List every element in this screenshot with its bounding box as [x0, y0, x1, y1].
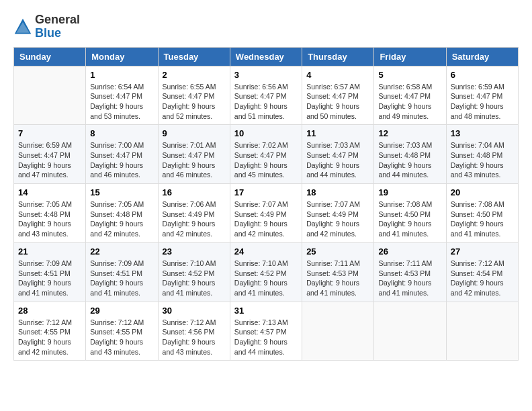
day-info: Sunrise: 7:02 AM Sunset: 4:47 PM Dayligh… [234, 140, 298, 180]
sunset-text: Sunset: 4:47 PM [306, 150, 369, 161]
sunrise-text: Sunrise: 7:03 AM [306, 140, 369, 150]
sunrise-text: Sunrise: 7:11 AM [378, 259, 441, 269]
daylight-text: Daylight: 9 hours and 49 minutes. [378, 101, 441, 121]
daylight-text: Daylight: 9 hours and 42 minutes. [18, 337, 81, 357]
calendar-cell: 5 Sunrise: 6:58 AM Sunset: 4:47 PM Dayli… [374, 66, 446, 125]
daylight-text: Daylight: 9 hours and 46 minutes. [90, 161, 153, 180]
sunrise-text: Sunrise: 7:05 AM [90, 199, 153, 210]
calendar-cell [14, 66, 86, 125]
calendar-week-4: 21 Sunrise: 7:09 AM Sunset: 4:51 PM Dayl… [14, 242, 519, 302]
column-header-thursday: Thursday [302, 47, 374, 66]
sunset-text: Sunset: 4:47 PM [306, 91, 369, 101]
calendar-cell: 15 Sunrise: 7:05 AM Sunset: 4:48 PM Dayl… [86, 184, 158, 243]
sunset-text: Sunset: 4:47 PM [90, 91, 153, 101]
calendar-cell: 9 Sunrise: 7:01 AM Sunset: 4:47 PM Dayli… [158, 125, 230, 184]
day-info: Sunrise: 7:12 AM Sunset: 4:56 PM Dayligh… [163, 318, 226, 357]
sunrise-text: Sunrise: 7:12 AM [90, 318, 153, 328]
daylight-text: Daylight: 9 hours and 41 minutes. [163, 278, 226, 298]
sunrise-text: Sunrise: 7:00 AM [90, 140, 153, 150]
sunset-text: Sunset: 4:52 PM [234, 269, 298, 279]
calendar-cell: 16 Sunrise: 7:06 AM Sunset: 4:49 PM Dayl… [158, 184, 230, 243]
column-header-friday: Friday [374, 47, 446, 66]
sunrise-text: Sunrise: 6:56 AM [234, 82, 298, 92]
day-number: 6 [451, 70, 514, 80]
calendar-cell: 31 Sunrise: 7:13 AM Sunset: 4:57 PM Dayl… [230, 302, 302, 361]
day-number: 20 [451, 187, 514, 197]
calendar-cell: 12 Sunrise: 7:03 AM Sunset: 4:48 PM Dayl… [374, 125, 446, 184]
daylight-text: Daylight: 9 hours and 41 minutes. [18, 278, 81, 298]
day-info: Sunrise: 6:54 AM Sunset: 4:47 PM Dayligh… [90, 82, 153, 122]
day-info: Sunrise: 7:03 AM Sunset: 4:47 PM Dayligh… [306, 140, 369, 180]
sunset-text: Sunset: 4:52 PM [163, 269, 226, 279]
calendar-cell: 4 Sunrise: 6:57 AM Sunset: 4:47 PM Dayli… [302, 66, 374, 125]
calendar-cell: 29 Sunrise: 7:12 AM Sunset: 4:55 PM Dayl… [86, 302, 158, 361]
calendar-cell: 11 Sunrise: 7:03 AM Sunset: 4:47 PM Dayl… [302, 125, 374, 184]
sunset-text: Sunset: 4:47 PM [90, 150, 153, 161]
day-number: 18 [306, 187, 369, 197]
sunrise-text: Sunrise: 7:10 AM [163, 259, 226, 269]
daylight-text: Daylight: 9 hours and 44 minutes. [306, 161, 369, 180]
sunset-text: Sunset: 4:48 PM [18, 210, 81, 220]
calendar-cell: 20 Sunrise: 7:08 AM Sunset: 4:50 PM Dayl… [446, 184, 518, 243]
sunset-text: Sunset: 4:47 PM [163, 150, 226, 161]
sunset-text: Sunset: 4:47 PM [18, 150, 81, 161]
sunset-text: Sunset: 4:55 PM [90, 327, 153, 337]
daylight-text: Daylight: 9 hours and 48 minutes. [451, 101, 514, 121]
day-number: 21 [18, 246, 81, 257]
sunset-text: Sunset: 4:51 PM [18, 269, 81, 279]
day-number: 13 [451, 128, 514, 138]
calendar-cell: 10 Sunrise: 7:02 AM Sunset: 4:47 PM Dayl… [230, 125, 302, 184]
sunrise-text: Sunrise: 7:07 AM [234, 199, 298, 210]
sunset-text: Sunset: 4:53 PM [378, 269, 441, 279]
day-info: Sunrise: 7:01 AM Sunset: 4:47 PM Dayligh… [163, 140, 226, 180]
day-info: Sunrise: 7:08 AM Sunset: 4:50 PM Dayligh… [451, 199, 514, 239]
sunrise-text: Sunrise: 6:59 AM [18, 140, 81, 150]
day-info: Sunrise: 6:56 AM Sunset: 4:47 PM Dayligh… [234, 82, 298, 122]
calendar-header-row: SundayMondayTuesdayWednesdayThursdayFrid… [14, 47, 519, 66]
sunset-text: Sunset: 4:50 PM [451, 210, 514, 220]
calendar-week-5: 28 Sunrise: 7:12 AM Sunset: 4:55 PM Dayl… [14, 302, 519, 361]
day-info: Sunrise: 7:10 AM Sunset: 4:52 PM Dayligh… [234, 259, 298, 298]
day-number: 25 [306, 246, 369, 257]
calendar-cell: 2 Sunrise: 6:55 AM Sunset: 4:47 PM Dayli… [158, 66, 230, 125]
day-number: 7 [18, 128, 81, 138]
day-info: Sunrise: 7:07 AM Sunset: 4:49 PM Dayligh… [306, 199, 369, 239]
daylight-text: Daylight: 9 hours and 41 minutes. [234, 278, 298, 298]
sunrise-text: Sunrise: 7:10 AM [234, 259, 298, 269]
day-number: 26 [378, 246, 441, 257]
day-info: Sunrise: 7:12 AM Sunset: 4:54 PM Dayligh… [451, 259, 514, 298]
day-info: Sunrise: 7:11 AM Sunset: 4:53 PM Dayligh… [378, 259, 441, 298]
sunset-text: Sunset: 4:53 PM [306, 269, 369, 279]
sunset-text: Sunset: 4:47 PM [378, 91, 441, 101]
column-header-tuesday: Tuesday [158, 47, 230, 66]
day-number: 11 [306, 128, 369, 138]
daylight-text: Daylight: 9 hours and 42 minutes. [451, 278, 514, 298]
sunrise-text: Sunrise: 6:58 AM [378, 82, 441, 92]
day-number: 1 [90, 70, 153, 80]
column-header-sunday: Sunday [14, 47, 86, 66]
day-info: Sunrise: 7:04 AM Sunset: 4:48 PM Dayligh… [451, 140, 514, 180]
day-number: 12 [378, 128, 441, 138]
sunrise-text: Sunrise: 7:12 AM [163, 318, 226, 328]
daylight-text: Daylight: 9 hours and 47 minutes. [18, 161, 81, 180]
calendar-week-2: 7 Sunrise: 6:59 AM Sunset: 4:47 PM Dayli… [14, 125, 519, 184]
calendar-week-3: 14 Sunrise: 7:05 AM Sunset: 4:48 PM Dayl… [14, 184, 519, 243]
daylight-text: Daylight: 9 hours and 41 minutes. [378, 278, 441, 298]
sunset-text: Sunset: 4:50 PM [378, 210, 441, 220]
calendar-table: SundayMondayTuesdayWednesdayThursdayFrid… [13, 47, 519, 361]
calendar-cell: 18 Sunrise: 7:07 AM Sunset: 4:49 PM Dayl… [302, 184, 374, 243]
sunset-text: Sunset: 4:48 PM [451, 150, 514, 161]
calendar-cell: 23 Sunrise: 7:10 AM Sunset: 4:52 PM Dayl… [158, 242, 230, 302]
day-info: Sunrise: 7:08 AM Sunset: 4:50 PM Dayligh… [378, 199, 441, 239]
calendar-cell: 27 Sunrise: 7:12 AM Sunset: 4:54 PM Dayl… [446, 242, 518, 302]
calendar-cell: 3 Sunrise: 6:56 AM Sunset: 4:47 PM Dayli… [230, 66, 302, 125]
sunset-text: Sunset: 4:55 PM [18, 327, 81, 337]
sunrise-text: Sunrise: 7:11 AM [306, 259, 369, 269]
column-header-monday: Monday [86, 47, 158, 66]
daylight-text: Daylight: 9 hours and 43 minutes. [18, 219, 81, 238]
calendar-cell: 25 Sunrise: 7:11 AM Sunset: 4:53 PM Dayl… [302, 242, 374, 302]
sunset-text: Sunset: 4:49 PM [163, 210, 226, 220]
sunset-text: Sunset: 4:56 PM [163, 327, 226, 337]
daylight-text: Daylight: 9 hours and 41 minutes. [306, 278, 369, 298]
day-number: 28 [18, 306, 81, 316]
